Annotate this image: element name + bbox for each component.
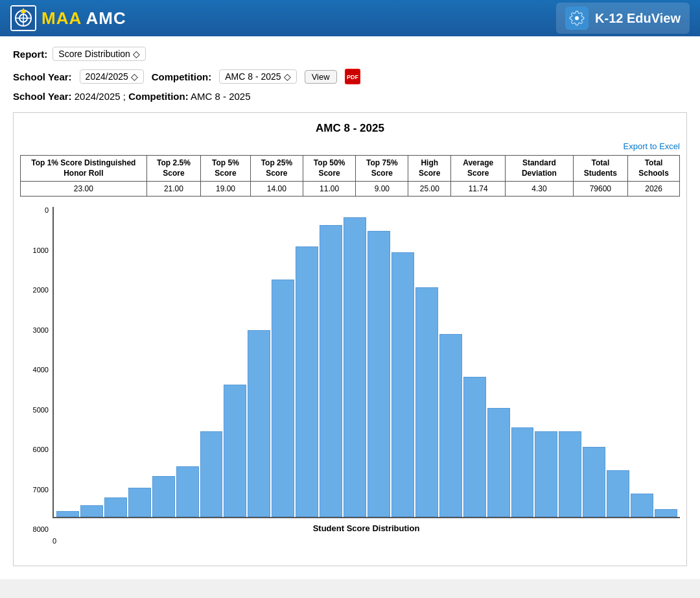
col-header-students: Total Students	[573, 156, 627, 182]
school-year-label: School Year:	[13, 71, 72, 82]
val-students: 79600	[573, 182, 627, 197]
main-content: Report: Score Distribution ◇ School Year…	[0, 36, 700, 579]
val-top75: 9.00	[356, 182, 408, 197]
col-header-top25pct: Top 25% Score	[250, 156, 303, 182]
col-header-stddev: Standard Deviation	[506, 156, 573, 182]
school-year-arrow: ◇	[131, 71, 138, 82]
y-label-7000: 7000	[20, 486, 51, 494]
histogram-bar	[391, 252, 414, 517]
pdf-icon[interactable]: PDF	[345, 69, 360, 84]
histogram-bar	[272, 280, 294, 517]
val-avg: 11.74	[451, 182, 506, 197]
x-zero-label: 0	[52, 537, 56, 545]
y-label-1000: 1000	[20, 247, 51, 254]
y-label-4000: 4000	[20, 366, 51, 374]
y-label-6000: 6000	[20, 446, 51, 453]
y-label-2000: 2000	[20, 287, 51, 294]
histogram-bar	[56, 511, 79, 517]
report-dropdown[interactable]: Score Distribution ◇	[52, 47, 146, 61]
logo-area: MAA AMC	[10, 5, 126, 31]
header-right: K-12 EduView	[556, 3, 690, 34]
logo-icon	[10, 5, 36, 31]
y-label-5000: 5000	[20, 407, 51, 414]
col-header-top1: Top 1% Score Distinguished Honor Roll	[21, 156, 147, 182]
histogram-bar	[655, 509, 677, 517]
histogram-bar	[463, 377, 486, 517]
histogram-bar	[80, 505, 103, 517]
info-separator: ;	[123, 91, 128, 102]
histogram-bar	[104, 497, 127, 517]
report-dropdown-arrow: ◇	[133, 49, 140, 59]
filter-row: School Year: 2024/2025 ◇ Competition: AM…	[13, 69, 687, 84]
val-top25pct: 14.00	[250, 182, 303, 197]
school-year-dropdown[interactable]: 2024/2025 ◇	[80, 69, 144, 84]
val-top5: 19.00	[201, 182, 250, 197]
stats-table: Top 1% Score Distinguished Honor Roll To…	[20, 155, 680, 197]
histogram-bar	[439, 334, 462, 517]
view-button[interactable]: View	[305, 70, 337, 84]
histogram-bar	[176, 466, 199, 517]
chart-title: AMC 8 - 2025	[20, 122, 680, 135]
histogram-bar	[248, 330, 270, 517]
col-header-avg: Average Score	[451, 156, 506, 182]
y-label-3000: 3000	[20, 327, 51, 334]
logo-amc: AMC	[86, 8, 126, 28]
info-line: School Year: 2024/2025 ; Competition: AM…	[13, 91, 687, 102]
report-label: Report:	[13, 49, 47, 60]
histogram-bar	[296, 246, 318, 517]
logo-maa: MAA	[41, 8, 81, 28]
report-dropdown-value: Score Distribution	[58, 49, 130, 59]
x-axis-label: Student Score Distribution	[52, 523, 680, 533]
histogram-bar	[200, 431, 223, 517]
val-top50: 11.00	[303, 182, 355, 197]
histogram-bar	[415, 287, 438, 517]
val-top25: 21.00	[146, 182, 201, 197]
y-label-0: 0	[20, 207, 51, 214]
histogram-bar	[344, 217, 366, 517]
histogram-bar	[320, 225, 342, 517]
competition-arrow: ◇	[284, 71, 291, 82]
export-to-excel-link[interactable]: Export to Excel	[20, 141, 680, 151]
histogram-bar	[224, 385, 246, 517]
logo-text: MAA AMC	[41, 8, 126, 29]
info-school-year-label: School Year:	[13, 91, 72, 102]
val-stddev: 4.30	[506, 182, 573, 197]
val-schools: 2026	[628, 182, 680, 197]
histogram-bar	[152, 476, 175, 517]
histogram-area: 8000 7000 6000 5000 4000 3000 2000 1000 …	[20, 207, 680, 559]
school-year-value: 2024/2025	[86, 71, 128, 82]
y-axis-labels: 8000 7000 6000 5000 4000 3000 2000 1000 …	[20, 207, 51, 533]
info-competition-label: Competition:	[128, 91, 188, 102]
col-header-top5: Top 5% Score	[201, 156, 250, 182]
competition-dropdown[interactable]: AMC 8 - 2025 ◇	[219, 69, 296, 84]
app-header: MAA AMC K-12 EduView	[0, 0, 700, 36]
col-header-high: High Score	[408, 156, 451, 182]
competition-value: AMC 8 - 2025	[225, 71, 281, 82]
val-top1: 23.00	[21, 182, 147, 197]
info-competition-value: AMC 8 - 2025	[191, 91, 251, 102]
col-header-schools: Total Schools	[628, 156, 680, 182]
info-school-year-value: 2024/2025	[75, 91, 121, 102]
competition-label: Competition:	[152, 71, 211, 82]
histogram-bar	[535, 431, 557, 517]
chart-container: AMC 8 - 2025 Export to Excel Top 1% Scor…	[13, 112, 687, 566]
col-header-top75: Top 75% Score	[356, 156, 408, 182]
gear-icon	[565, 6, 589, 30]
col-header-top50: Top 50% Score	[303, 156, 355, 182]
histogram-bar	[631, 494, 653, 517]
app-name: K-12 EduView	[595, 11, 681, 26]
histogram-bar	[607, 470, 629, 517]
table-row: 23.00 21.00 19.00 14.00 11.00 9.00 25.00…	[21, 182, 680, 197]
val-high: 25.00	[408, 182, 451, 197]
histogram-bar	[368, 231, 390, 517]
report-row: Report: Score Distribution ◇	[13, 47, 687, 61]
bars-area	[52, 207, 680, 518]
histogram-bar	[511, 427, 534, 517]
y-label-8000: 8000	[20, 526, 51, 533]
histogram-bar	[559, 431, 581, 517]
svg-text:PDF: PDF	[347, 74, 359, 80]
histogram-bar	[583, 447, 605, 517]
histogram-bar	[487, 408, 510, 517]
col-header-top25: Top 2.5% Score	[146, 156, 201, 182]
histogram-bar	[128, 488, 151, 517]
